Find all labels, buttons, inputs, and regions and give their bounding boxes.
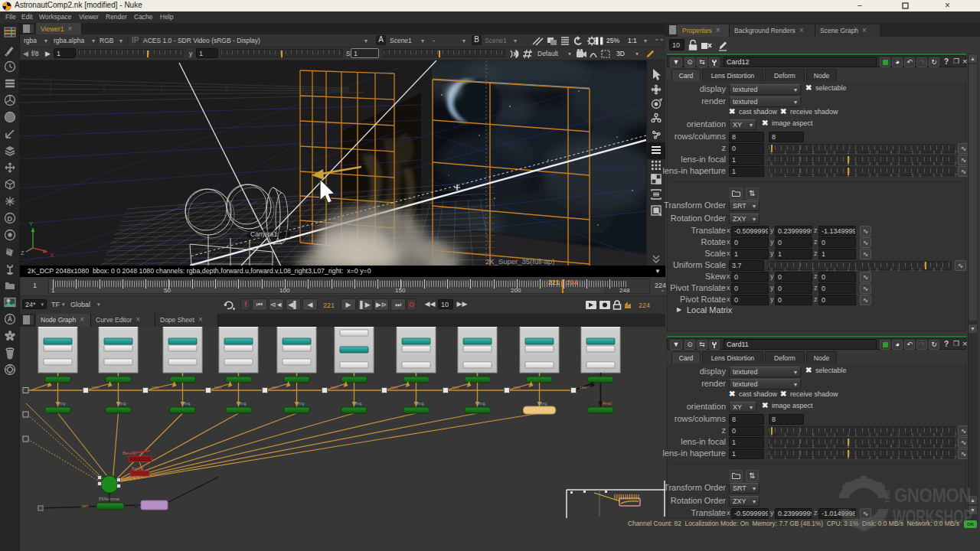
svg-text:img: img bbox=[60, 401, 66, 406]
svg-text:img: img bbox=[185, 401, 191, 406]
svg-text:GNOMON: GNOMON bbox=[894, 484, 971, 506]
svg-text:cam: cam bbox=[452, 385, 459, 390]
svg-text:cam: cam bbox=[331, 385, 338, 390]
svg-text:cam: cam bbox=[271, 385, 278, 390]
svg-text:Y: Y bbox=[29, 220, 33, 227]
svg-text:Camera1: Camera1 bbox=[250, 230, 277, 238]
svg-text:img: img bbox=[240, 401, 247, 406]
svg-text:cam: cam bbox=[92, 385, 99, 390]
svg-text:D: D bbox=[8, 215, 13, 223]
svg-text:Read: Read bbox=[603, 401, 612, 406]
svg-text:img: img bbox=[299, 401, 305, 406]
svg-text:cam: cam bbox=[390, 385, 397, 390]
svg-text:THE: THE bbox=[884, 490, 891, 504]
svg-text:X: X bbox=[50, 252, 54, 259]
svg-text:WORKSHOP: WORKSHOP bbox=[893, 506, 972, 527]
svg-text:img: img bbox=[356, 401, 362, 406]
svg-text:cam: cam bbox=[513, 385, 520, 390]
svg-text:cam: cam bbox=[81, 504, 88, 508]
svg-text:Bevel2: Bevel2 bbox=[132, 466, 144, 471]
svg-text:cam: cam bbox=[214, 385, 221, 390]
svg-text:img: img bbox=[479, 401, 485, 406]
svg-text:Z: Z bbox=[21, 249, 24, 256]
svg-text:cam: cam bbox=[580, 385, 586, 390]
svg-text:img: img bbox=[418, 401, 424, 406]
svg-text:img: img bbox=[541, 401, 547, 406]
svg-text:img: img bbox=[120, 401, 126, 406]
svg-text:2K_Super_35(full-ap): 2K_Super_35(full-ap) bbox=[485, 257, 554, 266]
svg-text:cam: cam bbox=[152, 385, 158, 390]
